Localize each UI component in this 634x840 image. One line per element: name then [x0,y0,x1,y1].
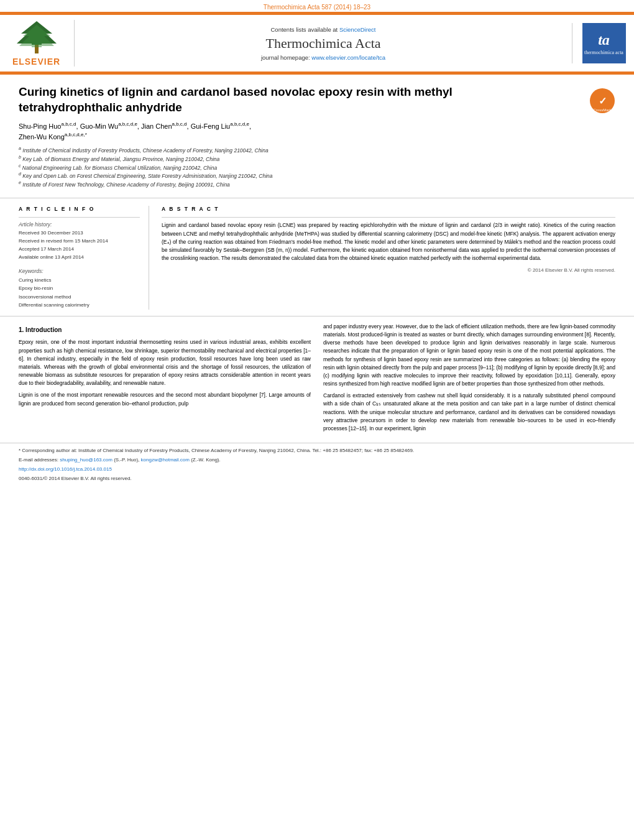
journal-center-info: Contents lists available at ScienceDirec… [82,26,564,61]
article-info-abstract: A R T I C L E I N F O Article history: R… [19,206,615,310]
tca-initials: ta [598,32,610,48]
abstract-column: A B S T R A C T Lignin and cardanol base… [162,206,615,310]
keyword-3: Isoconversional method [19,294,71,300]
doi-footer[interactable]: http://dx.doi.org/10.1016/j.tca.2014.03.… [19,466,615,473]
article-history-section: Article history: Received 30 December 20… [19,217,140,261]
keywords-label: Keywords: [19,268,140,274]
journal-header: ELSEVIER Contents lists available at Sci… [0,14,634,73]
affiliations: a Institute of Chemical Industry of Fore… [19,147,615,189]
date-revised: Received in revised form 15 March 2014 [19,238,108,244]
journal-logo-right: ta thermochimica acta [572,23,628,63]
intro-paragraph-2: Lignin is one of the most important rene… [19,391,311,407]
footer-left: * Corresponding author at: Institute of … [19,447,615,484]
page-container: Thermochimica Acta 587 (2014) 18–23 ELSE… [0,0,634,488]
tca-full-name: thermochimica acta [584,50,623,55]
article-dates: Received 30 December 2013 Received in re… [19,229,140,261]
sciencedirect-anchor[interactable]: ScienceDirect [339,26,376,33]
intro-paragraph-4: Cardanol is extracted extensively from c… [323,392,615,433]
keyword-4: Differential scanning calorimetry [19,302,90,308]
abstract-section: Lignin and cardanol based novolac epoxy … [162,217,615,273]
corresponding-author-note: * Corresponding author at: Institute of … [19,447,615,455]
email-2[interactable]: kongzw@hotmail.com [141,457,190,463]
sciencedirect-link: Contents lists available at ScienceDirec… [82,26,564,33]
main-two-columns: 1. Introduction Epoxy resin, one of the … [19,323,615,436]
elsevier-text: ELSEVIER [12,57,60,67]
keyword-2: Epoxy bio-resin [19,285,53,291]
elsevier-logo: ELSEVIER [6,20,75,67]
keywords-section: Keywords: Curing kinetics Epoxy bio-resi… [19,268,140,310]
article-history-label: Article history: [19,221,140,228]
article-body: A R T I C L E I N F O Article history: R… [0,198,634,316]
main-article-body: 1. Introduction Epoxy resin, one of the … [0,316,634,443]
article-title: Curing kinetics of lignin and cardanol b… [19,85,535,115]
email-label: E-mail addresses: [19,457,58,463]
intro-paragraph-1: Epoxy resin, one of the most important i… [19,338,311,387]
article-footer: * Corresponding author at: Institute of … [0,443,634,488]
svg-text:CrossMark: CrossMark [593,108,612,112]
date-received: Received 30 December 2013 [19,230,83,236]
crossmark-icon: ✓ CrossMark [589,88,615,115]
article-info-column: A R T I C L E I N F O Article history: R… [19,206,149,310]
introduction-heading: 1. Introduction [19,325,311,335]
homepage-url[interactable]: www.elsevier.com/locate/tca [311,54,385,61]
journal-citation: Thermochimica Acta 587 (2014) 18–23 [264,4,370,11]
article-header: ✓ CrossMark Curing kinetics of lignin an… [0,75,634,198]
doi-link[interactable]: http://dx.doi.org/10.1016/j.tca.2014.03.… [19,466,112,472]
copyright-line: © 2014 Elsevier B.V. All rights reserved… [162,267,615,273]
article-info-title: A R T I C L E I N F O [19,206,140,212]
abstract-title: A B S T R A C T [162,206,615,212]
main-col-right: and paper industry every year. However, … [323,323,615,436]
authors: Shu-Ping Huoa,b,c,d, Guo-Min Wua,b,c,d,e… [19,121,615,142]
email-1[interactable]: shuping_huo@163.com [60,457,113,463]
date-accepted: Accepted 17 March 2014 [19,246,74,252]
tca-logo-box: ta thermochimica acta [582,23,626,63]
issn-copyright: 0040-6031/© 2014 Elsevier B.V. All right… [19,475,615,482]
keywords-list: Curing kinetics Epoxy bio-resin Isoconve… [19,276,140,310]
email-2-author: (Z.-W. Kong). [191,457,221,463]
top-bar: Thermochimica Acta 587 (2014) 18–23 [0,0,634,12]
email-1-author: (S.-P. Huo), [114,457,139,463]
elsevier-tree-icon [12,20,62,54]
journal-title: Thermochimica Acta [82,35,564,52]
date-available: Available online 13 April 2014 [19,254,84,260]
keyword-1: Curing kinetics [19,277,51,283]
email-footnote: E-mail addresses: shuping_huo@163.com (S… [19,456,615,464]
main-col-left: 1. Introduction Epoxy resin, one of the … [19,323,311,436]
abstract-text: Lignin and cardanol based novolac epoxy … [162,221,615,262]
svg-text:✓: ✓ [599,96,607,106]
intro-paragraph-3: and paper industry every year. However, … [323,323,615,388]
svg-marker-2 [19,25,54,47]
journal-homepage: journal homepage: www.elsevier.com/locat… [82,54,564,61]
